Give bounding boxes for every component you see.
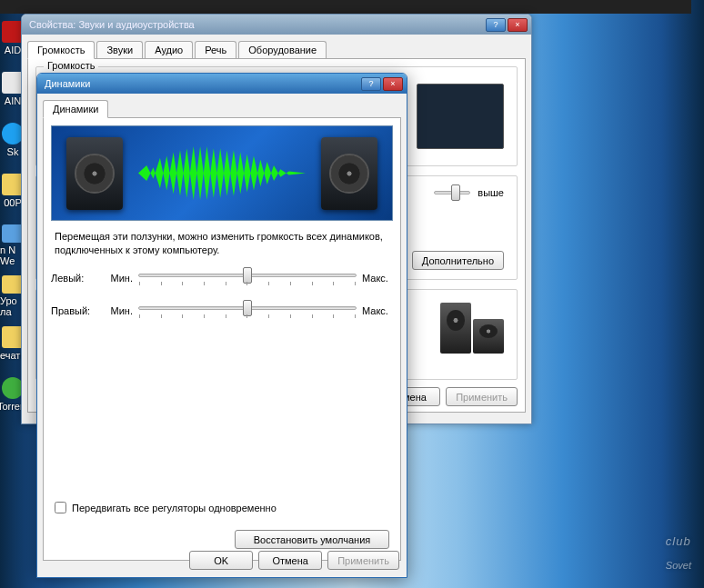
slider-high-label: выше — [478, 187, 504, 198]
checkbox-label: Передвигать все регуляторы одновременно — [72, 503, 277, 513]
device-image — [417, 84, 504, 149]
move-all-checkbox[interactable] — [55, 502, 66, 513]
tabs: Динамики — [37, 94, 407, 117]
description-text: Перемещая эти ползунки, можно изменить г… — [55, 230, 389, 257]
close-button[interactable]: × — [383, 77, 403, 91]
left-label: Левый: — [51, 273, 104, 284]
tab-speakers[interactable]: Динамики — [43, 100, 108, 118]
left-channel-row: Левый: Мин. Макс. — [51, 266, 393, 290]
tab-voice[interactable]: Речь — [195, 41, 236, 59]
speakers-dialog: Динамики ? × Динамики Перемещая эти полз… — [36, 73, 407, 578]
help-button[interactable]: ? — [486, 18, 506, 32]
tab-hardware[interactable]: Оборудование — [238, 41, 327, 59]
right-label: Правый: — [51, 305, 104, 316]
max-label: Макс. — [357, 305, 393, 316]
speaker-banner — [51, 125, 393, 221]
advanced-button[interactable]: Дополнительно — [412, 251, 504, 270]
right-channel-row: Правый: Мин. Макс. — [51, 299, 393, 323]
right-speaker-image — [321, 137, 377, 210]
left-volume-slider[interactable] — [138, 274, 357, 277]
top-strip — [0, 0, 691, 14]
cancel-button[interactable]: Отмена — [258, 551, 322, 570]
close-button[interactable]: × — [508, 18, 528, 32]
min-label: Мин. — [104, 273, 138, 284]
tab-sounds[interactable]: Звуки — [96, 41, 143, 59]
groupbox-legend: Громкость — [44, 60, 98, 71]
window-title: Динамики — [45, 78, 90, 89]
speakers-panel: Перемещая эти ползунки, можно изменить г… — [43, 117, 401, 561]
tab-volume[interactable]: Громкость — [27, 41, 95, 59]
help-button[interactable]: ? — [361, 77, 381, 91]
ok-button[interactable]: OK — [189, 551, 253, 570]
titlebar[interactable]: Динамики ? × — [37, 74, 407, 94]
window-title: Свойства: Звуки и аудиоустройства — [29, 19, 195, 30]
master-volume-slider[interactable] — [434, 191, 470, 194]
restore-defaults-button[interactable]: Восстановить умолчания — [235, 530, 389, 549]
apply-button[interactable]: Применить — [446, 387, 518, 406]
min-label: Мин. — [104, 305, 138, 316]
right-volume-slider[interactable] — [138, 306, 357, 310]
move-all-checkbox-row[interactable]: Передвигать все регуляторы одновременно — [55, 502, 389, 513]
tabs: Громкость Звуки Аудио Речь Оборудование — [22, 35, 531, 58]
apply-button[interactable]: Применить — [327, 551, 399, 570]
tab-audio[interactable]: Аудио — [145, 41, 193, 59]
speaker-icon — [440, 303, 504, 354]
svg-marker-0 — [138, 146, 306, 200]
left-speaker-image — [66, 137, 123, 210]
dialog-buttons: OK Отмена Применить — [189, 551, 399, 570]
watermark: club Sovet — [666, 538, 691, 575]
soundwave-icon — [138, 145, 306, 202]
max-label: Макс. — [357, 273, 393, 284]
titlebar[interactable]: Свойства: Звуки и аудиоустройства ? × — [22, 15, 531, 35]
